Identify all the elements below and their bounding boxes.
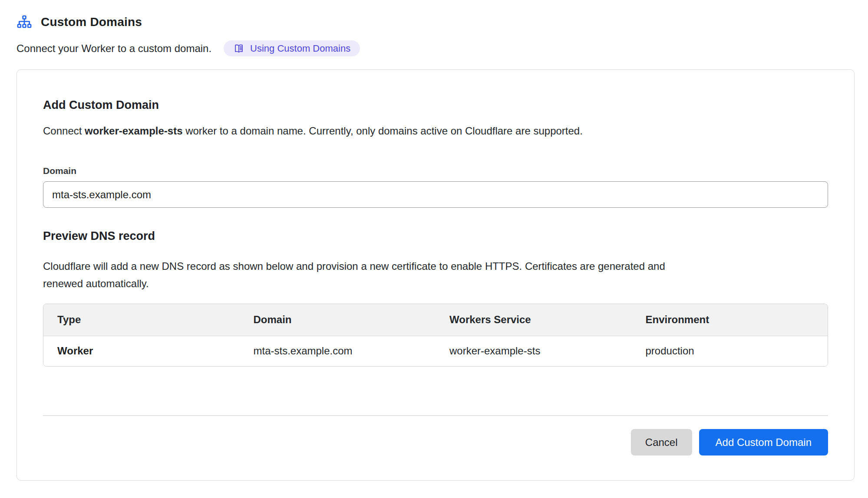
dns-preview-table: Type Domain Workers Service Environment … [43,304,828,367]
preview-dns-description: Cloudflare will add a new DNS record as … [43,258,677,292]
cell-domain: mta-sts.example.com [240,336,436,366]
column-header-type: Type [43,304,240,336]
add-custom-domain-button[interactable]: Add Custom Domain [699,429,828,455]
worker-name: worker-example-sts [85,125,182,137]
page-subtitle: Connect your Worker to a custom domain. [17,43,211,55]
page-title: Custom Domains [41,15,142,29]
description-suffix: worker to a domain name. Currently, only… [183,125,583,137]
cell-type: Worker [43,336,240,366]
cancel-button[interactable]: Cancel [631,429,692,455]
cell-workers-service: worker-example-sts [436,336,632,366]
preview-dns-heading: Preview DNS record [43,229,828,243]
card-actions: Cancel Add Custom Domain [43,429,828,455]
column-header-domain: Domain [240,304,436,336]
table-row: Worker mta-sts.example.com worker-exampl… [43,336,828,366]
card-heading: Add Custom Domain [43,98,828,112]
card-description: Connect worker-example-sts worker to a d… [43,125,828,137]
description-prefix: Connect [43,125,85,137]
column-header-workers-service: Workers Service [436,304,632,336]
open-book-icon [233,43,244,54]
footer-divider [43,415,828,416]
domain-field-label: Domain [43,166,828,176]
docs-link-badge[interactable]: Using Custom Domains [224,40,360,56]
add-custom-domain-card: Add Custom Domain Connect worker-example… [17,69,855,481]
domain-input[interactable] [43,181,828,208]
sitemap-icon [17,14,32,30]
page-header: Custom Domains [17,13,851,31]
table-header-row: Type Domain Workers Service Environment [43,304,828,336]
subtitle-row: Connect your Worker to a custom domain. … [17,40,851,56]
column-header-environment: Environment [632,304,828,336]
cell-environment: production [632,336,828,366]
docs-link-label: Using Custom Domains [250,43,350,54]
